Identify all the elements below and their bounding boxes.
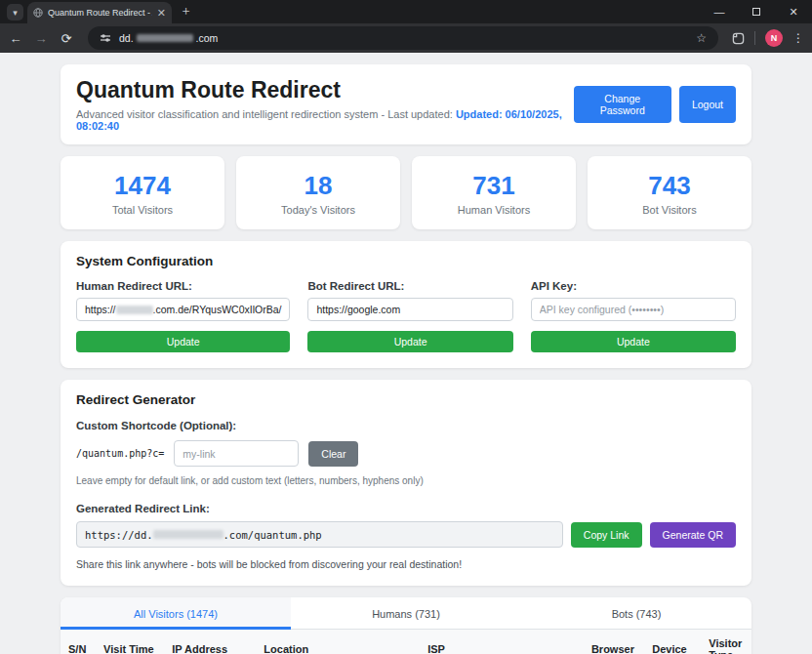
tab-humans[interactable]: Humans (731) <box>291 597 521 630</box>
stat-label: Today's Visitors <box>240 204 396 216</box>
clear-button[interactable]: Clear <box>308 441 358 467</box>
tab-bots[interactable]: Bots (743) <box>521 597 751 630</box>
browser-tab-strip: ▾ Quantum Route Redirect - Adm ✕ ＋ — ✕ <box>0 0 812 23</box>
stat-value: 731 <box>416 171 572 201</box>
copy-link-button[interactable]: Copy Link <box>571 522 642 548</box>
generated-link-redacted-segment <box>153 530 223 539</box>
reload-icon[interactable]: ⟳ <box>59 31 74 46</box>
page-title: Quantum Route Redirect <box>76 77 574 103</box>
api-key-label: API Key: <box>531 280 736 292</box>
forward-icon[interactable]: → <box>33 31 49 46</box>
shortcode-prefix: /quantum.php?c= <box>76 448 164 459</box>
logout-button[interactable]: Logout <box>679 86 736 123</box>
new-tab-button[interactable]: ＋ <box>180 2 192 20</box>
back-icon[interactable]: ← <box>8 31 23 46</box>
system-configuration-card: System Configuration Human Redirect URL:… <box>61 241 751 368</box>
col-visit-time: Visit Time <box>96 630 164 654</box>
tab-groups-icon[interactable] <box>732 32 745 45</box>
human-url-redacted-segment <box>116 306 153 314</box>
human-redirect-field: Human Redirect URL: https://.com.de/RYqu… <box>76 280 290 352</box>
stat-card-today: 18 Today's Visitors <box>236 156 400 229</box>
bot-redirect-label: Bot Redirect URL: <box>307 280 512 292</box>
shortcode-label: Custom Shortcode (Optional): <box>76 420 736 431</box>
col-location: Location <box>256 630 420 654</box>
tab-all-visitors[interactable]: All Visitors (1474) <box>61 597 291 630</box>
browser-tab[interactable]: Quantum Route Redirect - Adm ✕ <box>27 2 172 23</box>
stats-row: 1474 Total Visitors 18 Today's Visitors … <box>61 156 751 229</box>
toolbar-separator <box>754 31 755 45</box>
shortcode-help-text: Leave empty for default link, or add cus… <box>76 475 736 486</box>
change-password-button[interactable]: Change Password <box>574 86 671 123</box>
stat-value: 18 <box>240 171 396 201</box>
visitors-card: All Visitors (1474) Humans (731) Bots (7… <box>61 597 751 654</box>
window-minimize-button[interactable]: — <box>701 6 738 18</box>
update-bot-url-button[interactable]: Update <box>307 331 512 352</box>
col-sn: S/N <box>61 630 96 654</box>
update-human-url-button[interactable]: Update <box>76 331 290 352</box>
bot-redirect-input[interactable] <box>307 298 512 321</box>
visitors-table: S/N Visit Time IP Address Location ISP B… <box>61 630 751 654</box>
stat-value: 1474 <box>64 171 221 201</box>
site-settings-icon[interactable] <box>100 32 111 44</box>
generate-qr-button[interactable]: Generate QR <box>650 522 736 548</box>
tab-title: Quantum Route Redirect - Adm <box>48 8 152 18</box>
human-redirect-input[interactable]: https://.com.de/RYqusWC0xIlOrBa/ <box>76 298 290 321</box>
api-key-input[interactable] <box>531 298 736 321</box>
table-header-row: S/N Visit Time IP Address Location ISP B… <box>61 630 751 654</box>
stat-label: Human Visitors <box>416 204 572 216</box>
tab-close-icon[interactable]: ✕ <box>157 8 166 19</box>
stat-card-total: 1474 Total Visitors <box>61 156 224 229</box>
stat-card-human: 731 Human Visitors <box>412 156 576 229</box>
shortcode-input[interactable] <box>174 440 299 467</box>
header-card: Quantum Route Redirect Advanced visitor … <box>61 64 751 144</box>
stat-card-bot: 743 Bot Visitors <box>588 156 751 229</box>
stat-label: Bot Visitors <box>591 204 748 216</box>
stat-label: Total Visitors <box>64 204 221 216</box>
col-visitor-type: Visitor Type <box>701 630 751 654</box>
generated-link-input[interactable]: https://dd..com/quantum.php <box>76 521 563 548</box>
tab-search-button[interactable]: ▾ <box>7 4 23 20</box>
human-redirect-label: Human Redirect URL: <box>76 280 290 292</box>
update-api-key-button[interactable]: Update <box>531 331 736 352</box>
address-bar[interactable]: dd..com ☆ <box>88 26 718 50</box>
browser-toolbar: ← → ⟳ dd..com ☆ N ⋮ <box>0 23 812 53</box>
visitors-tabs: All Visitors (1474) Humans (731) Bots (7… <box>61 597 751 630</box>
page-subtitle: Advanced visitor classification and inte… <box>76 108 574 132</box>
url-text: dd..com <box>119 32 218 44</box>
api-key-field: API Key: Update <box>531 280 736 352</box>
profile-avatar[interactable]: N <box>765 29 783 47</box>
redirect-generator-title: Redirect Generator <box>76 392 736 407</box>
system-configuration-title: System Configuration <box>76 254 736 268</box>
generated-link-label: Generated Redirect Link: <box>76 503 736 514</box>
url-redacted-segment <box>137 34 193 42</box>
stat-value: 743 <box>591 171 748 201</box>
col-isp: ISP <box>420 630 584 654</box>
bot-redirect-field: Bot Redirect URL: Update <box>307 280 512 352</box>
col-device: Device <box>644 630 701 654</box>
col-browser: Browser <box>584 630 644 654</box>
window-maximize-button[interactable] <box>738 6 775 18</box>
window-close-button[interactable]: ✕ <box>775 6 812 19</box>
col-ip-address: IP Address <box>164 630 256 654</box>
browser-menu-icon[interactable]: ⋮ <box>792 31 804 45</box>
share-note: Share this link anywhere - bots will be … <box>76 558 736 570</box>
bookmark-star-icon[interactable]: ☆ <box>696 31 707 45</box>
globe-favicon-icon <box>33 8 43 18</box>
page-content: Quantum Route Redirect Advanced visitor … <box>0 53 812 654</box>
redirect-generator-card: Redirect Generator Custom Shortcode (Opt… <box>61 380 751 586</box>
